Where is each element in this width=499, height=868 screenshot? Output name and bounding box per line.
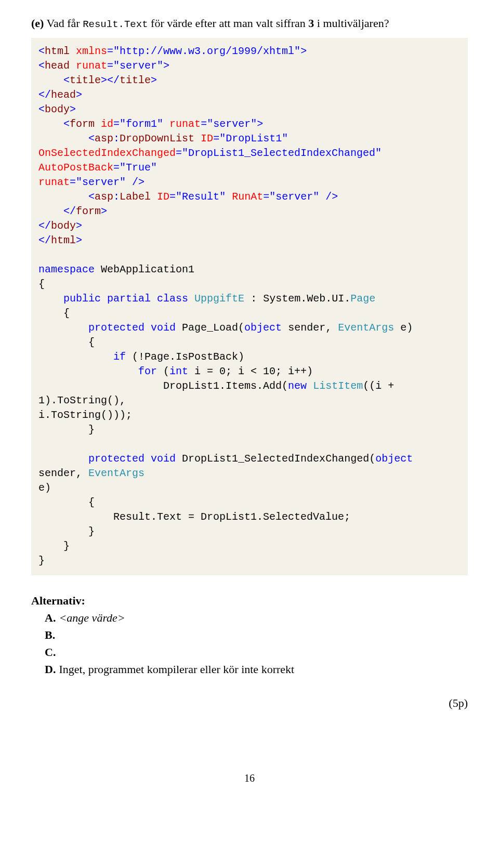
question-text: (e) Vad får Result.Text för värde efter …	[31, 16, 468, 32]
alt-d-text: Inget, programmet kompilerar eller kör i…	[56, 663, 294, 676]
alternative-c: C.	[45, 643, 468, 661]
code-block: <html xmlns="http://www.w3.org/1999/xhtm…	[31, 38, 468, 575]
points-label: (5p)	[31, 696, 468, 710]
alternative-a: A. <ange värde>	[45, 609, 468, 626]
alt-c-letter: C.	[45, 643, 56, 661]
alt-a-letter: A.	[45, 609, 56, 626]
alternatives: Alternativ: A. <ange värde> B. C. D. Ing…	[31, 592, 468, 678]
alternative-b: B.	[45, 626, 468, 643]
q-text-1: Vad får	[44, 17, 83, 30]
alt-d-letter: D.	[45, 661, 56, 678]
alternative-d: D. Inget, programmet kompilerar eller kö…	[45, 661, 468, 678]
page-number: 16	[31, 772, 468, 784]
q-text-3: i multiväljaren?	[314, 17, 389, 30]
alt-b-letter: B.	[45, 626, 56, 643]
alt-a-text: <ange värde>	[56, 611, 125, 624]
q-text-2: för värde efter att man valt siffran	[148, 17, 309, 30]
page-content: (e) Vad får Result.Text för värde efter …	[0, 0, 499, 805]
question-label: (e)	[31, 17, 44, 30]
inline-code: Result.Text	[83, 19, 148, 30]
q-num: 3	[308, 17, 314, 30]
alternatives-heading: Alternativ:	[31, 592, 468, 609]
